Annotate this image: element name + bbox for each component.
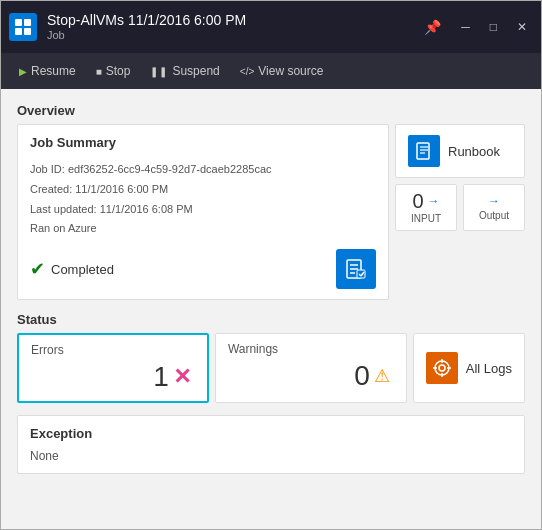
warning-triangle-icon: ⚠ [374,365,390,387]
errors-card[interactable]: Errors 1 ✕ [17,333,209,403]
job-summary-card: Job Summary Job ID: edf36252-6cc9-4c59-9… [17,124,389,300]
svg-rect-3 [24,28,31,35]
titlebar-controls: 📌 ─ □ ✕ [418,17,533,37]
titlebar-title: Stop-AllVMs 11/1/2016 6:00 PM [47,12,418,29]
stop-icon: ■ [96,66,102,77]
checklist-icon [336,249,376,289]
input-number: 0 [412,191,423,211]
pin-icon: 📌 [424,19,441,35]
main-window: Stop-AllVMs 11/1/2016 6:00 PM Job 📌 ─ □ … [0,0,542,530]
exception-title: Exception [30,426,512,441]
all-logs-card[interactable]: All Logs [413,333,525,403]
input-card[interactable]: 0 → INPUT [395,184,457,231]
job-summary-info: Job ID: edf36252-6cc9-4c59-92d7-dcaeb228… [30,160,376,239]
input-inner: 0 → [412,191,439,211]
input-label: INPUT [411,213,441,224]
minimize-icon: ─ [461,20,470,34]
warnings-card[interactable]: Warnings 0 ⚠ [215,333,407,403]
output-label: Output [479,210,509,221]
view-source-button[interactable]: </> View source [232,60,332,82]
toolbar: ▶ Resume ■ Stop ❚❚ Suspend </> View sour… [1,53,541,89]
runbook-card[interactable]: Runbook [395,124,525,178]
runbook-label: Runbook [448,144,500,159]
svg-rect-2 [15,28,22,35]
last-updated: Last updated: 11/1/2016 6:08 PM [30,200,376,220]
svg-rect-0 [15,19,22,26]
ran-on: Ran on Azure [30,219,376,239]
output-card[interactable]: → Output [463,184,525,231]
errors-number-row: 1 ✕ [31,361,195,393]
content-area: Overview Job Summary Job ID: edf36252-6c… [1,89,541,529]
maximize-button[interactable]: □ [484,18,503,36]
output-inner: → [488,194,500,208]
svg-rect-11 [417,143,429,159]
status-section-label: Status [17,312,525,327]
warnings-label: Warnings [228,342,394,356]
overview-grid: Job Summary Job ID: edf36252-6cc9-4c59-9… [17,124,525,300]
overview-section-label: Overview [17,103,525,118]
all-logs-label: All Logs [466,361,512,376]
svg-rect-8 [357,270,365,278]
minimize-button[interactable]: ─ [455,18,476,36]
warnings-count: 0 [354,360,370,392]
close-button[interactable]: ✕ [511,18,533,36]
view-source-icon: </> [240,66,254,77]
status-text: Completed [51,262,114,277]
resume-icon: ▶ [19,66,27,77]
input-arrow-icon: → [428,194,440,208]
status-grid: Errors 1 ✕ Warnings 0 ⚠ [17,333,525,403]
svg-point-15 [435,361,449,375]
exception-value: None [30,449,512,463]
suspend-icon: ❚❚ [150,66,168,77]
suspend-button[interactable]: ❚❚ Suspend [142,60,227,82]
all-logs-icon [426,352,458,384]
resume-button[interactable]: ▶ Resume [11,60,84,82]
check-icon: ✔ [30,258,45,280]
status-section: Status Errors 1 ✕ Warnings 0 ⚠ [17,312,525,403]
job-summary-title: Job Summary [30,135,376,150]
titlebar-subtitle: Job [47,29,418,42]
right-column: Runbook 0 → INPUT → [395,124,525,231]
job-id: Job ID: edf36252-6cc9-4c59-92d7-dcaeb228… [30,160,376,180]
svg-rect-1 [24,19,31,26]
overview-section: Overview Job Summary Job ID: edf36252-6c… [17,103,525,300]
suspend-label: Suspend [172,64,219,78]
errors-count: 1 [153,361,169,393]
job-status-row: ✔ Completed [30,258,114,280]
exception-card: Exception None [17,415,525,474]
svg-point-16 [439,365,445,371]
titlebar: Stop-AllVMs 11/1/2016 6:00 PM Job 📌 ─ □ … [1,1,541,53]
pin-button[interactable]: 📌 [418,17,447,37]
runbook-icon [408,135,440,167]
titlebar-text: Stop-AllVMs 11/1/2016 6:00 PM Job [47,12,418,42]
close-icon: ✕ [517,20,527,34]
resume-label: Resume [31,64,76,78]
view-source-label: View source [258,64,323,78]
error-x-icon: ✕ [173,364,191,390]
warnings-number-row: 0 ⚠ [228,360,394,392]
io-row: 0 → INPUT → Output [395,184,525,231]
stop-button[interactable]: ■ Stop [88,60,139,82]
created: Created: 11/1/2016 6:00 PM [30,180,376,200]
stop-label: Stop [106,64,131,78]
output-arrow-icon: → [488,194,500,208]
app-icon [9,13,37,41]
errors-label: Errors [31,343,195,357]
maximize-icon: □ [490,20,497,34]
